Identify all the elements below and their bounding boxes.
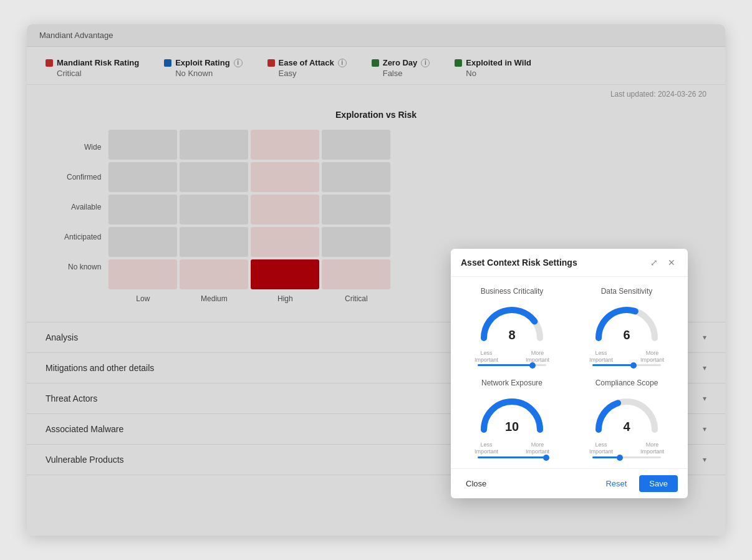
gauge-label: Compliance Scope bbox=[595, 379, 658, 387]
gauge-value: 8 bbox=[508, 328, 515, 342]
slider-thumb bbox=[543, 455, 549, 461]
slider-thumb bbox=[617, 455, 623, 461]
gauge-svg-wrap: 8 bbox=[475, 301, 549, 347]
gauge-sublabel: Less Important bbox=[475, 350, 498, 364]
gauge-business-criticality: Business Criticality8Less ImportantMore … bbox=[461, 287, 563, 367]
slider-fill bbox=[592, 364, 634, 366]
gauge-slider-wrap bbox=[592, 456, 661, 458]
modal-overlay: Asset Context Risk Settings ⤢ ✕ Business… bbox=[27, 24, 725, 536]
gauge-sublabel: More Important bbox=[526, 350, 549, 364]
reset-button[interactable]: Reset bbox=[598, 475, 634, 492]
modal-expand-button[interactable]: ⤢ bbox=[648, 256, 660, 269]
gauge-svg-wrap: 10 bbox=[475, 392, 549, 439]
main-window: Mandiant Advantage Mandiant Risk RatingC… bbox=[27, 24, 725, 536]
gauge-slider-wrap bbox=[478, 364, 546, 366]
gauge-sublabel: More Important bbox=[640, 442, 664, 455]
gauge-slider-wrap bbox=[478, 456, 546, 458]
gauge-value: 10 bbox=[505, 420, 519, 434]
gauge-sublabels: Less ImportantMore Important bbox=[589, 350, 664, 364]
gauge-data-sensitivity: Data Sensitivity6Less ImportantMore Impo… bbox=[576, 287, 678, 367]
slider-fill bbox=[478, 364, 533, 366]
gauge-label: Business Criticality bbox=[481, 287, 544, 296]
gauge-sublabel: More Important bbox=[640, 350, 664, 364]
gauge-slider-wrap bbox=[592, 364, 661, 366]
modal-close-button[interactable]: ✕ bbox=[665, 256, 678, 269]
gauge-value: 4 bbox=[623, 420, 630, 434]
modal-title: Asset Context Risk Settings bbox=[461, 258, 577, 268]
gauge-compliance-scope: Compliance Scope4Less ImportantMore Impo… bbox=[576, 379, 678, 458]
slider-fill bbox=[478, 456, 546, 458]
gauge-network-exposure: Network Exposure10Less ImportantMore Imp… bbox=[461, 379, 563, 458]
modal-header-icons: ⤢ ✕ bbox=[648, 256, 678, 269]
slider-track bbox=[478, 364, 546, 366]
slider-track bbox=[478, 456, 546, 458]
gauge-sublabels: Less ImportantMore Important bbox=[589, 442, 664, 455]
slider-thumb bbox=[529, 362, 536, 369]
gauge-value: 6 bbox=[623, 328, 630, 342]
gauge-svg-wrap: 4 bbox=[589, 392, 664, 439]
slider-fill bbox=[592, 456, 620, 458]
gauge-label: Data Sensitivity bbox=[601, 287, 653, 296]
gauge-sublabel: Less Important bbox=[475, 442, 498, 455]
gauge-sublabels: Less ImportantMore Important bbox=[475, 350, 549, 364]
slider-thumb bbox=[630, 362, 637, 369]
gauge-sublabels: Less ImportantMore Important bbox=[475, 442, 549, 455]
gauge-svg-wrap: 6 bbox=[589, 301, 664, 347]
asset-context-modal: Asset Context Risk Settings ⤢ ✕ Business… bbox=[451, 249, 688, 498]
close-button[interactable]: Close bbox=[461, 476, 491, 491]
gauge-sublabel: More Important bbox=[526, 442, 549, 455]
modal-footer: Close Reset Save bbox=[451, 468, 688, 498]
modal-header: Asset Context Risk Settings ⤢ ✕ bbox=[451, 249, 688, 277]
gauge-sublabel: Less Important bbox=[589, 350, 613, 364]
gauge-label: Network Exposure bbox=[481, 379, 542, 387]
modal-body: Business Criticality8Less ImportantMore … bbox=[451, 277, 688, 468]
footer-action-buttons: Reset Save bbox=[598, 475, 678, 492]
gauge-sublabel: Less Important bbox=[589, 442, 613, 455]
save-button[interactable]: Save bbox=[639, 475, 678, 492]
slider-track bbox=[592, 364, 661, 366]
slider-track bbox=[592, 456, 661, 458]
